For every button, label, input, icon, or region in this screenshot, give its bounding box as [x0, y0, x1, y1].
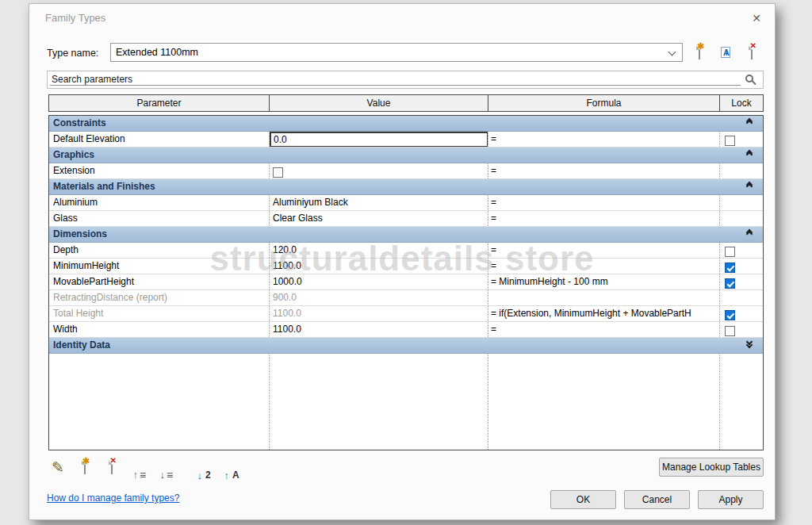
- section-row-materials[interactable]: Materials and Finishes: [49, 179, 763, 195]
- parameter-row-default-elevation[interactable]: Default Elevation 0.0 =: [49, 132, 763, 148]
- cancel-button[interactable]: Cancel: [624, 490, 690, 509]
- chevron-down-icon[interactable]: [668, 48, 676, 56]
- section-row-identity-data[interactable]: Identity Data: [49, 338, 763, 354]
- new-parameter-icon: [84, 461, 86, 474]
- parameters-table: Parameter Value Formula Lock Constraints…: [48, 94, 764, 450]
- parameter-name: Extension: [49, 163, 269, 178]
- parameter-row-total-height[interactable]: Total Height 1100.0 = if(Extension, Mini…: [49, 306, 763, 322]
- collapse-chevron-icon[interactable]: [745, 151, 755, 160]
- section-label: Dimensions: [53, 228, 107, 240]
- dialog-title: Family Types: [45, 12, 105, 24]
- section-label: Constraints: [53, 117, 106, 128]
- lock-checkbox-unchecked[interactable]: [725, 247, 735, 257]
- parameter-name: Default Elevation: [49, 132, 269, 147]
- column-header-formula: Formula: [488, 95, 719, 111]
- table-body: Constraints Default Elevation 0.0 = Grap…: [48, 115, 764, 450]
- parameter-row-extension[interactable]: Extension =: [49, 163, 763, 179]
- search-parameters-input[interactable]: Search parameters: [47, 71, 764, 89]
- lock-cell: [719, 195, 764, 210]
- search-icon[interactable]: [745, 75, 753, 82]
- move-parameter-down-button[interactable]: [156, 458, 175, 477]
- value-cell[interactable]: 1100.0: [269, 322, 488, 337]
- section-row-graphics[interactable]: Graphics: [49, 148, 763, 163]
- title-bar[interactable]: Family Types ✕: [29, 4, 775, 31]
- lock-checkbox-unchecked[interactable]: [725, 326, 735, 336]
- delete-parameter-icon: [111, 461, 113, 474]
- family-types-dialog: Family Types ✕ Type name: Extended 1100m…: [29, 3, 776, 520]
- sort-ascending-button[interactable]: [194, 458, 213, 477]
- expand-chevron-icon[interactable]: [745, 341, 755, 351]
- value-cell[interactable]: 0.0: [269, 132, 488, 147]
- ok-button[interactable]: OK: [550, 490, 616, 509]
- type-name-combobox[interactable]: Extended 1100mm: [110, 43, 683, 62]
- value-cell[interactable]: 1100.0: [269, 259, 488, 274]
- lock-cell[interactable]: [719, 132, 764, 147]
- value-checkbox-unchecked[interactable]: [273, 167, 283, 178]
- parameter-name: Total Height: [49, 306, 269, 321]
- value-cell[interactable]: Clear Glass: [269, 211, 488, 226]
- rename-type-button[interactable]: [715, 43, 736, 62]
- parameter-name: RetractingDistance (report): [49, 290, 269, 305]
- new-type-button[interactable]: [689, 43, 710, 62]
- parameter-name: Depth: [49, 243, 269, 258]
- search-placeholder: Search parameters: [52, 74, 132, 85]
- edit-parameter-button[interactable]: [48, 458, 67, 477]
- parameter-row-width[interactable]: Width 1100.0 =: [49, 322, 763, 338]
- delete-type-button[interactable]: [741, 43, 762, 62]
- formula-cell[interactable]: = MinimumHeight - 100 mm: [488, 274, 719, 289]
- formula-cell[interactable]: =: [488, 195, 719, 210]
- column-header-lock: Lock: [719, 95, 763, 111]
- value-cell[interactable]: Aluminiyum Black: [269, 195, 488, 210]
- formula-cell[interactable]: = if(Extension, MinimumHeight + MovableP…: [488, 306, 719, 321]
- lock-cell[interactable]: [719, 274, 764, 289]
- value-cell[interactable]: 1000.0: [269, 274, 488, 289]
- section-row-constraints[interactable]: Constraints: [49, 116, 763, 132]
- formula-cell: [488, 290, 719, 305]
- value-cell: 1100.0: [269, 306, 488, 321]
- parameter-row-glass[interactable]: Glass Clear Glass =: [49, 211, 763, 227]
- value-cell[interactable]: 120.0: [269, 243, 488, 258]
- table-header-row: Parameter Value Formula Lock: [48, 94, 764, 112]
- help-link[interactable]: How do I manage family types?: [47, 492, 179, 504]
- lock-cell[interactable]: [719, 306, 764, 321]
- collapse-chevron-icon[interactable]: [745, 182, 755, 192]
- formula-cell[interactable]: =: [488, 322, 719, 337]
- formula-cell[interactable]: =: [488, 243, 719, 258]
- sort-descending-button[interactable]: [221, 458, 240, 477]
- formula-cell[interactable]: =: [488, 259, 719, 274]
- parameter-row-aluminium[interactable]: Aluminium Aluminiyum Black =: [49, 195, 763, 211]
- parameter-row-retractingdistance[interactable]: RetractingDistance (report) 900.0: [49, 290, 763, 306]
- close-icon[interactable]: ✕: [748, 10, 765, 27]
- delete-parameter-button[interactable]: [102, 458, 121, 477]
- lock-checkbox-unchecked[interactable]: [725, 136, 735, 146]
- move-parameter-up-button[interactable]: [129, 458, 148, 477]
- formula-cell[interactable]: =: [488, 163, 719, 178]
- lock-checkbox-checked[interactable]: [725, 310, 735, 320]
- lock-cell[interactable]: [719, 259, 764, 274]
- section-row-dimensions[interactable]: Dimensions: [49, 227, 763, 243]
- apply-button[interactable]: Apply: [698, 490, 764, 509]
- parameter-name: MovablePartHeight: [49, 274, 269, 289]
- parameter-row-minimumheight[interactable]: MinimumHeight 1100.0 =: [49, 259, 763, 274]
- value-input-focused[interactable]: 0.0: [270, 132, 488, 147]
- column-header-value: Value: [269, 95, 488, 111]
- lock-checkbox-checked[interactable]: [725, 262, 735, 273]
- lock-cell[interactable]: [719, 322, 764, 337]
- formula-cell[interactable]: =: [488, 132, 719, 147]
- value-cell[interactable]: [269, 163, 488, 178]
- parameter-name: MinimumHeight: [49, 259, 269, 274]
- parameter-row-movablepartheight[interactable]: MovablePartHeight 1000.0 = MinimumHeight…: [49, 274, 763, 290]
- manage-lookup-tables-button[interactable]: Manage Lookup Tables: [659, 458, 764, 477]
- type-name-label: Type name:: [47, 48, 98, 59]
- lock-cell[interactable]: [719, 243, 764, 258]
- lock-checkbox-checked[interactable]: [725, 278, 735, 289]
- parameter-name: Aluminium: [49, 195, 269, 210]
- parameter-name: Width: [49, 322, 269, 337]
- parameter-row-depth[interactable]: Depth 120.0 =: [49, 243, 763, 259]
- delete-type-icon: [751, 46, 753, 59]
- collapse-chevron-icon[interactable]: [745, 230, 755, 240]
- collapse-chevron-icon[interactable]: [745, 119, 755, 128]
- new-type-icon: [699, 46, 700, 59]
- new-parameter-button[interactable]: [75, 458, 94, 477]
- formula-cell[interactable]: =: [488, 211, 719, 226]
